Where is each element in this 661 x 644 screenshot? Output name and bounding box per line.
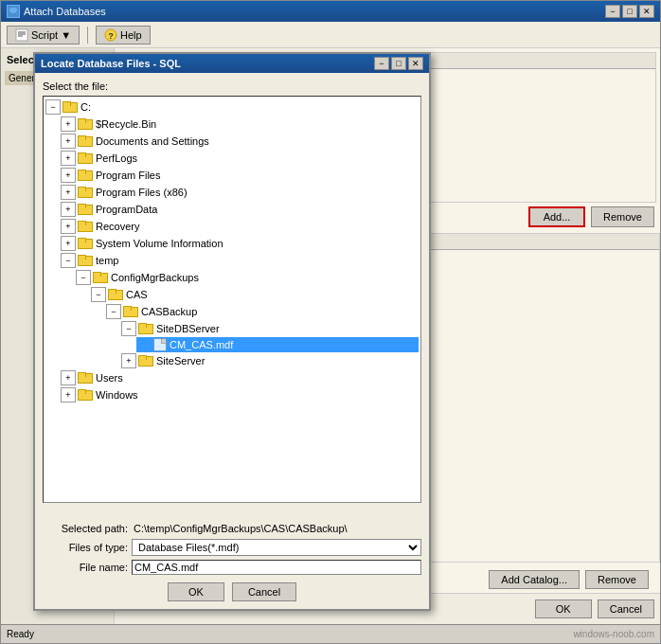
- folder-icon-c: [63, 101, 78, 113]
- expander-programdata[interactable]: +: [61, 202, 76, 217]
- tree-item-configmgr[interactable]: − ConfigMgrBackups: [76, 269, 419, 286]
- tree-label-siteserver: SiteServer: [156, 355, 205, 367]
- files-of-type-select-wrap: Database Files(*.mdf): [132, 539, 421, 556]
- folder-icon-docs: [78, 135, 93, 147]
- files-of-type-row: Files of type: Database Files(*.mdf): [43, 539, 421, 556]
- files-of-type-select[interactable]: Database Files(*.mdf): [132, 539, 421, 556]
- selected-path-value: C:\temp\ConfigMgrBackups\CAS\CASBackup\: [132, 522, 421, 535]
- expander-sysvolinfo[interactable]: +: [61, 236, 76, 251]
- folder-icon-recovery: [78, 221, 93, 232]
- expander-docs[interactable]: +: [61, 134, 76, 149]
- selected-path-row: Selected path: C:\temp\ConfigMgrBackups\…: [43, 522, 421, 535]
- modal-minimize-btn[interactable]: −: [374, 57, 389, 70]
- expander-programfiles[interactable]: +: [61, 168, 76, 183]
- modal-body: Select the file: − C: + $Recycle.Bin +: [35, 73, 429, 518]
- modal-footer: Selected path: C:\temp\ConfigMgrBackups\…: [35, 518, 429, 609]
- folder-icon-programdata: [78, 204, 93, 215]
- select-file-label: Select the file:: [43, 80, 421, 92]
- tree-item-sitedbserver[interactable]: − SiteDBServer: [121, 320, 419, 337]
- modal-close-btn[interactable]: ✕: [408, 57, 423, 70]
- expander-recycle[interactable]: +: [61, 116, 76, 132]
- tree-label-casbackup: CASBackup: [141, 306, 197, 317]
- tree-item-users[interactable]: + Users: [61, 369, 419, 386]
- expander-recovery[interactable]: +: [61, 219, 76, 234]
- expander-temp[interactable]: −: [61, 253, 76, 268]
- tree-label-c: C:: [80, 101, 91, 113]
- tree-label-recovery: Recovery: [96, 221, 139, 232]
- expander-programfiles86[interactable]: +: [61, 185, 76, 200]
- expander-configmgr[interactable]: −: [76, 270, 91, 285]
- tree-item-c[interactable]: − C:: [45, 98, 419, 116]
- tree-label-cmcasmdf: CM_CAS.mdf: [170, 339, 233, 350]
- file-tree[interactable]: − C: + $Recycle.Bin + Documents and Sett…: [43, 96, 421, 503]
- tree-item-sysvolinfo[interactable]: + System Volume Information: [61, 235, 419, 252]
- folder-icon-windows: [78, 389, 93, 401]
- folder-icon-configmgr: [93, 272, 108, 283]
- tree-label-programfiles: Program Files: [96, 170, 160, 181]
- tree-item-docs[interactable]: + Documents and Settings: [61, 133, 419, 150]
- folder-icon-perflogs: [78, 152, 93, 164]
- modal-cancel-button[interactable]: Cancel: [232, 582, 296, 601]
- tree-item-programdata[interactable]: + ProgramData: [61, 201, 419, 218]
- folder-icon-programfiles86: [78, 187, 93, 198]
- folder-icon-programfiles: [78, 170, 93, 181]
- modal-footer-buttons: OK Cancel: [43, 582, 421, 601]
- tree-item-windows[interactable]: + Windows: [61, 386, 419, 403]
- tree-label-sitedbserver: SiteDBServer: [156, 323, 220, 334]
- modal-ok-button[interactable]: OK: [168, 582, 224, 601]
- folder-icon-temp: [78, 255, 93, 266]
- tree-label-programdata: ProgramData: [96, 204, 157, 215]
- tree-item-casbackup[interactable]: − CASBackup: [106, 303, 419, 320]
- mdf-file-icon: [153, 338, 167, 351]
- expander-perflogs[interactable]: +: [61, 151, 76, 166]
- tree-item-programfiles[interactable]: + Program Files: [61, 167, 419, 184]
- tree-label-configmgr: ConfigMgrBackups: [111, 272, 199, 283]
- folder-icon-sitedbserver: [138, 323, 153, 334]
- expander-sitedbserver[interactable]: −: [121, 321, 136, 336]
- tree-item-cmcasmdf[interactable]: CM_CAS.mdf: [136, 337, 419, 352]
- modal-title-text: Locate Database Files - SQL: [41, 58, 181, 69]
- tree-label-temp: temp: [96, 255, 118, 266]
- tree-item-recovery[interactable]: + Recovery: [61, 218, 419, 235]
- tree-label-recycle: $Recycle.Bin: [96, 118, 156, 130]
- expander-casbackup[interactable]: −: [106, 304, 121, 319]
- file-name-label: File name:: [43, 562, 128, 573]
- tree-label-windows: Windows: [96, 389, 138, 401]
- expander-siteserver[interactable]: +: [121, 353, 136, 368]
- folder-icon-recycle: [78, 118, 93, 130]
- tree-item-cas[interactable]: − CAS: [91, 286, 419, 303]
- folder-icon-users: [78, 372, 93, 384]
- modal-title-btns: − □ ✕: [374, 57, 423, 70]
- modal-overlay: Locate Database Files - SQL − □ ✕ Select…: [0, 0, 661, 644]
- expander-cas[interactable]: −: [91, 287, 106, 302]
- expander-c[interactable]: −: [45, 99, 61, 115]
- tree-item-programfiles86[interactable]: + Program Files (x86): [61, 184, 419, 201]
- tree-item-perflogs[interactable]: + PerfLogs: [61, 150, 419, 167]
- folder-icon-casbackup: [123, 306, 138, 317]
- tree-item-recycle[interactable]: + $Recycle.Bin: [61, 116, 419, 133]
- modal-window: Locate Database Files - SQL − □ ✕ Select…: [33, 52, 431, 611]
- expander-windows[interactable]: +: [61, 387, 76, 402]
- file-name-input[interactable]: [132, 560, 421, 575]
- folder-icon-cas: [108, 289, 123, 300]
- files-of-type-label: Files of type:: [43, 542, 128, 553]
- tree-item-temp[interactable]: − temp: [61, 252, 419, 269]
- tree-label-docs: Documents and Settings: [96, 135, 209, 147]
- tree-label-users: Users: [96, 372, 123, 384]
- modal-title-bar: Locate Database Files - SQL − □ ✕: [35, 54, 429, 73]
- folder-icon-siteserver: [138, 355, 153, 367]
- tree-label-cas: CAS: [126, 289, 148, 300]
- file-name-row: File name:: [43, 560, 421, 575]
- expander-users[interactable]: +: [61, 370, 76, 385]
- modal-maximize-btn[interactable]: □: [391, 57, 406, 70]
- selected-path-label: Selected path:: [43, 523, 128, 534]
- tree-item-siteserver[interactable]: + SiteServer: [121, 352, 419, 369]
- folder-icon-sysvolinfo: [78, 238, 93, 249]
- tree-label-programfiles86: Program Files (x86): [96, 187, 188, 198]
- tree-label-perflogs: PerfLogs: [96, 152, 137, 164]
- tree-label-sysvolinfo: System Volume Information: [96, 238, 223, 249]
